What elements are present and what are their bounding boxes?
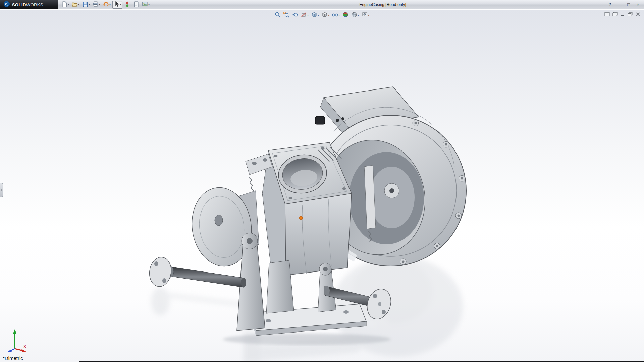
dropdown-caret-icon[interactable]: ▾ <box>68 3 69 6</box>
hide-show-glasses-icon <box>332 12 338 19</box>
new-document-button[interactable]: ▾ <box>60 1 70 9</box>
tile-vertical-icon <box>604 12 610 18</box>
document-restore-button[interactable] <box>628 12 633 18</box>
solidworks-brand: SOLIDWORKS <box>0 0 58 9</box>
edit-appearance-button[interactable] <box>342 11 349 19</box>
apply-scene-button[interactable]: ▾ <box>351 11 360 19</box>
dropdown-caret-icon[interactable]: ▾ <box>338 14 340 17</box>
rebuild-stoplight-icon <box>124 1 130 9</box>
restore-button[interactable]: □ <box>625 0 632 9</box>
restore-icon <box>628 12 633 18</box>
dropdown-caret-icon[interactable]: ▾ <box>78 3 79 6</box>
printer-icon <box>92 1 99 9</box>
save-floppy-icon <box>82 1 88 9</box>
options-button[interactable]: ▾ <box>141 1 150 9</box>
dropdown-caret-icon[interactable]: ▾ <box>318 14 319 17</box>
triad-x-label: X <box>23 344 26 349</box>
document-minimize-button[interactable] <box>620 12 625 18</box>
scene-globe-icon <box>351 12 357 19</box>
zoom-to-fit-icon <box>275 12 281 19</box>
dropdown-caret-icon[interactable]: ▾ <box>109 3 111 6</box>
model-shadow <box>223 334 391 345</box>
file-properties-icon <box>133 1 139 9</box>
crankcase-block[interactable] <box>246 142 352 275</box>
close-icon <box>635 12 641 18</box>
select-cursor-icon <box>113 1 120 9</box>
view-orientation-cube-icon <box>311 12 317 19</box>
open-button[interactable]: ▾ <box>71 1 80 9</box>
triad-y-arrow <box>13 329 17 334</box>
triad-z-arrow <box>7 349 12 352</box>
file-properties-button[interactable] <box>132 1 140 9</box>
document-title: EngineCasing [Read-only] <box>359 0 406 9</box>
zoom-to-fit-button[interactable] <box>274 11 281 19</box>
tile-vertical-button[interactable] <box>604 12 610 18</box>
dropdown-caret-icon[interactable]: ▾ <box>358 14 359 17</box>
dropdown-caret-icon[interactable]: ▾ <box>368 14 369 17</box>
cascade-button[interactable] <box>612 12 618 18</box>
view-orientation-label: *Dimetric <box>3 355 23 361</box>
minimize-icon <box>620 12 625 18</box>
options-image-icon <box>142 1 148 9</box>
reference-triad[interactable]: X <box>5 328 28 355</box>
undo-arrow-icon <box>103 1 109 9</box>
hide-show-items-button[interactable]: ▾ <box>331 11 340 19</box>
minimize-button[interactable]: – <box>616 0 623 9</box>
previous-view-button[interactable] <box>291 11 299 19</box>
title-bar: SOLIDWORKS ▾ ▾ ▾ ▾ ▾ <box>0 0 644 9</box>
window-controls: ? – □ × <box>606 0 641 9</box>
dropdown-caret-icon[interactable]: ▾ <box>99 3 100 6</box>
view-settings-icon <box>362 12 368 19</box>
view-settings-button[interactable]: ▾ <box>361 11 370 19</box>
rebuild-button[interactable] <box>123 1 131 9</box>
save-button[interactable]: ▾ <box>81 1 91 9</box>
select-tool-button[interactable]: ▾ <box>112 1 122 9</box>
triad-x-arrow <box>21 349 26 352</box>
section-view-icon <box>301 12 307 19</box>
help-button[interactable]: ? <box>606 0 613 9</box>
close-button[interactable]: × <box>635 0 641 9</box>
display-style-button[interactable]: ▾ <box>321 11 330 19</box>
print-button[interactable]: ▾ <box>92 1 101 9</box>
featuremanager-collapsed-tab[interactable] <box>0 183 3 197</box>
dropdown-caret-icon[interactable]: ▾ <box>148 3 150 6</box>
dassault-3ds-logo-icon <box>3 1 10 9</box>
origin-marker <box>299 216 303 220</box>
document-window-controls <box>604 12 641 18</box>
cascade-windows-icon <box>612 12 618 18</box>
heads-up-view-toolbar: ▾ ▾ ▾ ▾ ▾ <box>274 11 370 19</box>
zoom-to-area-button[interactable] <box>283 11 290 19</box>
dropdown-caret-icon[interactable]: ▾ <box>328 14 329 17</box>
dropdown-caret-icon[interactable]: ▾ <box>307 14 309 17</box>
triad-x-axis <box>15 349 23 351</box>
document-close-button[interactable] <box>635 12 641 18</box>
open-folder-icon <box>71 1 78 9</box>
view-orientation-button[interactable]: ▾ <box>311 11 320 19</box>
appearance-ball-icon <box>342 12 348 19</box>
dropdown-caret-icon[interactable]: ▾ <box>120 3 121 6</box>
dropdown-caret-icon[interactable]: ▾ <box>89 3 90 6</box>
previous-view-icon <box>292 12 298 19</box>
engine-casing-model <box>0 10 644 362</box>
section-view-button[interactable]: ▾ <box>300 11 309 19</box>
new-document-icon <box>61 1 67 9</box>
brand-text: SOLIDWORKS <box>12 2 43 7</box>
graphics-area[interactable]: ▾ ▾ ▾ ▾ ▾ <box>0 10 644 362</box>
display-style-cube-icon <box>322 12 328 19</box>
main-toolbar: ▾ ▾ ▾ ▾ ▾ ▾ <box>60 1 150 9</box>
undo-button[interactable]: ▾ <box>102 1 111 9</box>
zoom-to-area-icon <box>283 12 289 19</box>
